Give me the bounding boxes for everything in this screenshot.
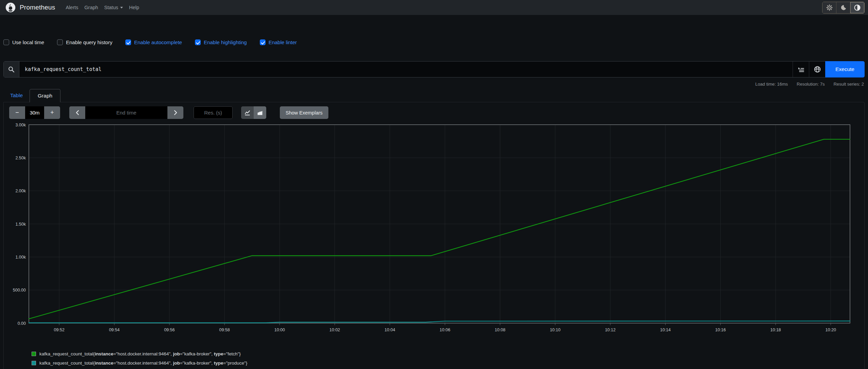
y-axis-tick-label: 1.00k — [15, 255, 26, 260]
option-enable-autocomplete[interactable]: Enable autocomplete — [125, 39, 182, 45]
theme-dark-button[interactable] — [836, 2, 850, 13]
stacked-chart-button[interactable] — [254, 106, 266, 119]
gear-icon — [826, 4, 833, 11]
legend-swatch — [32, 352, 36, 356]
line-chart-button[interactable] — [241, 106, 254, 119]
y-axis-tick-label: 500.00 — [13, 288, 26, 293]
time-forward-button[interactable] — [167, 106, 183, 119]
prometheus-logo — [5, 2, 16, 13]
moon-icon — [840, 4, 846, 11]
x-axis-tick-label: 10:12 — [605, 328, 615, 332]
tab-table[interactable]: Table — [3, 89, 30, 102]
series-line-0[interactable] — [29, 139, 850, 319]
query-search-addon — [4, 62, 19, 77]
checkbox-checked[interactable] — [125, 39, 131, 45]
legend-swatch — [32, 361, 36, 365]
legend-series-label: kafka_request_count_total{instance="host… — [39, 361, 247, 366]
half-circle-icon — [854, 4, 861, 11]
x-axis-tick-label: 09:54 — [109, 328, 120, 332]
grid-lines — [29, 125, 850, 325]
stacked-chart-icon — [257, 110, 263, 116]
x-axis-tick-label: 10:14 — [660, 328, 671, 332]
theme-light-button[interactable] — [822, 2, 836, 13]
chevron-left-icon — [76, 110, 79, 115]
end-time-input[interactable] — [85, 106, 167, 119]
y-axis-tick-label: 2.00k — [15, 189, 26, 193]
x-axis-tick-label: 10:18 — [770, 328, 781, 332]
theme-toggle-group — [822, 2, 865, 14]
x-axis-tick-label: 09:56 — [164, 328, 175, 332]
series-line-1[interactable] — [29, 321, 850, 323]
y-axis-tick-label: 3.00k — [15, 123, 26, 127]
graph-legend: kafka_request_count_total{instance="host… — [32, 349, 859, 369]
show-exemplars-button[interactable]: Show Exemplars — [280, 106, 328, 119]
resolution-input[interactable] — [194, 106, 233, 119]
increase-range-button[interactable]: + — [44, 106, 60, 119]
app-title: Prometheus — [20, 4, 55, 11]
x-axis-tick-label: 10:20 — [826, 328, 836, 332]
nav-status-dropdown[interactable]: Status — [101, 5, 126, 10]
x-axis-tick-label: 10:10 — [550, 328, 560, 332]
explain-query-button[interactable] — [809, 62, 825, 77]
x-axis-tick-label: 10:16 — [715, 328, 726, 332]
option-use-local-time[interactable]: Use local time — [3, 39, 44, 45]
graph-canvas[interactable]: 0.00500.001.00k1.50k2.00k2.50k3.00k09:52… — [9, 122, 859, 341]
main-nav: Alerts Graph Status Help — [62, 5, 142, 10]
tab-graph[interactable]: Graph — [30, 89, 60, 102]
query-stats: Load time: 16ms Resolution: 7s Result se… — [0, 77, 868, 88]
legend-item[interactable]: kafka_request_count_total{instance="host… — [32, 358, 859, 368]
brand[interactable]: Prometheus — [5, 2, 55, 13]
option-enable-linter[interactable]: Enable linter — [260, 39, 297, 45]
x-axis-tick-label: 10:06 — [440, 328, 450, 332]
x-axis-tick-label: 09:52 — [54, 328, 65, 332]
resolution: Resolution: 7s — [797, 82, 825, 88]
graph-controls: − + — [9, 106, 859, 119]
option-enable-highlighting[interactable]: Enable highlighting — [195, 39, 247, 45]
search-icon — [8, 66, 15, 73]
x-axis-tick-label: 10:02 — [329, 328, 340, 332]
nav-help[interactable]: Help — [126, 5, 142, 10]
legend-item[interactable]: kafka_request_count_total{instance="host… — [32, 349, 859, 358]
axis-labels: 0.00500.001.00k1.50k2.00k2.50k3.00k09:52… — [13, 123, 836, 333]
graph-panel: − + — [3, 102, 865, 369]
nav-graph[interactable]: Graph — [82, 5, 101, 10]
checkbox-checked[interactable] — [195, 39, 201, 45]
load-time: Load time: 16ms — [755, 82, 788, 88]
y-axis-tick-label: 0.00 — [18, 321, 26, 326]
range-input[interactable] — [25, 106, 44, 119]
panel-tabs: Table Graph — [3, 88, 865, 102]
navbar: Prometheus Alerts Graph Status Help — [0, 0, 868, 15]
y-axis-tick-label: 2.50k — [15, 156, 26, 160]
time-back-button[interactable] — [69, 106, 85, 119]
metrics-explorer-button[interactable] — [793, 62, 809, 77]
x-axis-tick-label: 09:58 — [219, 328, 230, 332]
query-bar: Execute — [3, 61, 865, 77]
result-series: Result series: 2 — [833, 82, 864, 88]
theme-auto-button[interactable] — [850, 2, 864, 13]
range-control: − + — [9, 106, 60, 119]
checkbox-unchecked[interactable] — [3, 39, 9, 45]
chevron-down-icon — [120, 7, 123, 8]
chart-type-toggle — [241, 106, 266, 119]
metrics-explorer-icon — [798, 66, 804, 72]
line-chart-icon — [244, 110, 251, 116]
x-axis-tick-label: 10:00 — [274, 328, 285, 332]
checkbox-unchecked[interactable] — [57, 39, 63, 45]
chevron-right-icon — [174, 110, 177, 115]
globe-icon — [814, 66, 821, 73]
end-time-control — [69, 106, 183, 119]
x-axis-tick-label: 10:08 — [495, 328, 505, 332]
nav-alerts[interactable]: Alerts — [62, 5, 81, 10]
execute-button[interactable]: Execute — [825, 61, 865, 77]
y-axis-tick-label: 1.50k — [15, 222, 26, 227]
legend-series-label: kafka_request_count_total{instance="host… — [39, 351, 241, 356]
option-enable-query-history[interactable]: Enable query history — [57, 39, 112, 45]
query-options-row: Use local time Enable query history Enab… — [0, 15, 868, 54]
checkbox-checked[interactable] — [260, 39, 266, 45]
query-expression-input[interactable] — [19, 62, 793, 77]
decrease-range-button[interactable]: − — [9, 106, 25, 119]
x-axis-tick-label: 10:04 — [384, 328, 395, 332]
